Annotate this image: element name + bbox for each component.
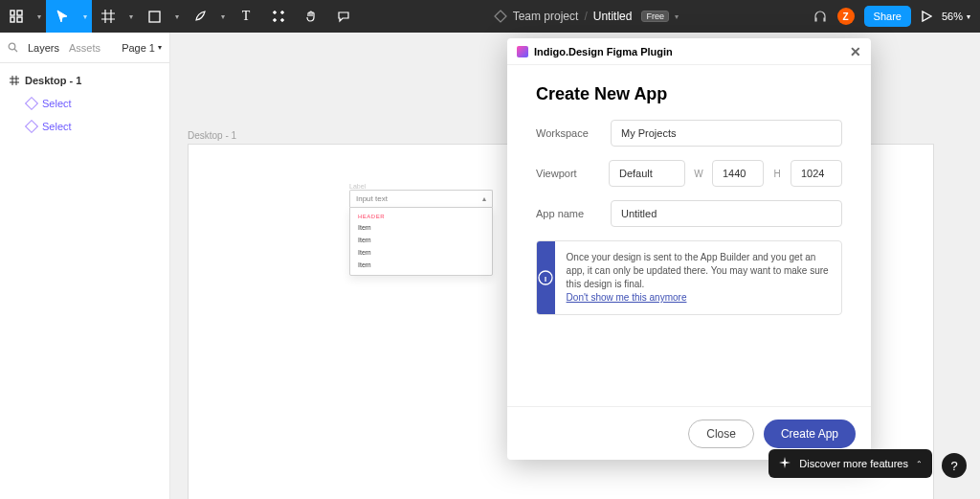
width-input[interactable] xyxy=(712,160,764,187)
label-workspace: Workspace xyxy=(536,127,611,139)
plugin-heading: Create New App xyxy=(536,84,842,104)
svg-rect-4 xyxy=(149,11,160,22)
svg-point-8 xyxy=(281,19,284,22)
frame-tool-icon[interactable] xyxy=(92,0,124,33)
frame-tool-caret-icon[interactable]: ▾ xyxy=(124,0,138,33)
left-panel: Layers Assets Page 1 ▾ Desktop - 1 Selec… xyxy=(0,33,170,499)
svg-rect-2 xyxy=(17,11,22,15)
comment-tool-icon[interactable] xyxy=(327,0,360,33)
select-option[interactable]: Item xyxy=(350,234,492,246)
plan-badge: Free xyxy=(641,11,669,22)
label-height: H xyxy=(771,169,783,179)
close-icon[interactable]: ✕ xyxy=(850,44,861,59)
headphones-icon[interactable] xyxy=(813,9,828,24)
label-viewport: Viewport xyxy=(536,168,609,179)
move-tool-icon[interactable] xyxy=(46,0,78,33)
svg-point-7 xyxy=(274,19,277,22)
select-component[interactable]: Label Input text ▴ HEADER Item Item Item… xyxy=(349,183,493,276)
height-input[interactable] xyxy=(791,160,842,187)
layer-item[interactable]: Select xyxy=(0,115,169,138)
layer-frame[interactable]: Desktop - 1 xyxy=(0,69,169,92)
shape-tool-caret-icon[interactable]: ▾ xyxy=(170,0,184,33)
plugin-titlebar[interactable]: Indigo.Design Figma Plugin ✕ xyxy=(507,38,871,65)
label-width: W xyxy=(693,169,704,179)
zoom-value: 56% xyxy=(942,11,963,22)
resources-tool-icon[interactable] xyxy=(262,0,295,33)
select-value: Input text xyxy=(356,194,388,203)
component-icon xyxy=(25,97,38,110)
file-caret-icon[interactable]: ▾ xyxy=(675,12,679,21)
layer-item[interactable]: Select xyxy=(0,92,169,115)
text-tool-icon[interactable]: T xyxy=(230,0,262,33)
info-text: Once your design is sent to the App Buil… xyxy=(567,252,829,289)
present-icon[interactable] xyxy=(921,11,932,22)
pen-tool-icon[interactable] xyxy=(184,0,216,33)
page-label: Page 1 xyxy=(122,42,155,54)
discover-label: Discover more features xyxy=(799,458,908,469)
select-dropdown: HEADER Item Item Item Item xyxy=(349,207,493,276)
viewport-input[interactable] xyxy=(609,160,685,187)
pen-tool-caret-icon[interactable]: ▾ xyxy=(216,0,230,33)
plugin-dialog: Indigo.Design Figma Plugin ✕ Create New … xyxy=(507,38,871,460)
sparkle-icon xyxy=(778,457,791,470)
move-tool-caret-icon[interactable]: ▾ xyxy=(78,0,92,33)
avatar[interactable]: Z xyxy=(837,8,855,25)
zoom-control[interactable]: 56% ▾ xyxy=(942,11,970,22)
help-button[interactable]: ? xyxy=(942,453,967,478)
topbar: ▾ ▾ ▾ ▾ ▾ T Team project / Untitled Free… xyxy=(0,0,980,33)
select-field[interactable]: Input text ▴ xyxy=(349,190,493,207)
main-menu-caret-icon[interactable]: ▾ xyxy=(33,0,46,33)
select-label: Label xyxy=(349,183,493,190)
select-option[interactable]: Item xyxy=(350,259,492,271)
file-title: Team project / Untitled Free ▾ xyxy=(360,0,813,33)
tab-assets[interactable]: Assets xyxy=(69,42,100,54)
team-name[interactable]: Team project xyxy=(513,10,579,23)
layer-item-label: Select xyxy=(42,121,72,132)
frame-icon xyxy=(10,76,19,85)
info-banner: Once your design is sent to the App Buil… xyxy=(536,240,842,315)
tab-layers[interactable]: Layers xyxy=(28,42,59,54)
workspace-input[interactable] xyxy=(611,120,842,147)
select-option-header: HEADER xyxy=(350,212,492,221)
main-menu-icon[interactable] xyxy=(0,0,33,33)
hand-tool-icon[interactable] xyxy=(295,0,327,33)
share-button[interactable]: Share xyxy=(864,6,911,27)
chevron-up-icon: ⌃ xyxy=(916,460,923,468)
select-option[interactable]: Item xyxy=(350,221,492,234)
layer-frame-label: Desktop - 1 xyxy=(25,75,81,86)
create-app-button[interactable]: Create App xyxy=(764,420,856,448)
plugin-title: Indigo.Design Figma Plugin xyxy=(534,46,673,57)
info-link[interactable]: Don't show me this anymore xyxy=(567,292,687,303)
info-icon xyxy=(537,241,555,314)
team-icon xyxy=(494,10,507,23)
select-option[interactable]: Item xyxy=(350,246,492,259)
layer-item-label: Select xyxy=(42,98,72,109)
svg-rect-0 xyxy=(11,11,14,15)
caret-up-icon: ▴ xyxy=(482,194,486,203)
close-button[interactable]: Close xyxy=(688,420,754,448)
svg-point-6 xyxy=(281,11,284,14)
svg-rect-1 xyxy=(11,17,14,22)
svg-rect-3 xyxy=(17,17,22,22)
plugin-logo-icon xyxy=(517,46,528,57)
canvas-frame-label[interactable]: Desktop - 1 xyxy=(188,130,236,141)
shape-tool-icon[interactable] xyxy=(138,0,170,33)
label-appname: App name xyxy=(536,208,611,219)
search-icon[interactable] xyxy=(8,42,18,53)
page-selector[interactable]: Page 1 ▾ xyxy=(122,42,162,54)
svg-point-5 xyxy=(274,11,277,14)
component-icon xyxy=(25,120,38,133)
file-name[interactable]: Untitled xyxy=(593,10,633,23)
discover-pill[interactable]: Discover more features ⌃ xyxy=(768,449,932,478)
svg-point-9 xyxy=(9,43,15,50)
appname-input[interactable] xyxy=(611,200,842,227)
